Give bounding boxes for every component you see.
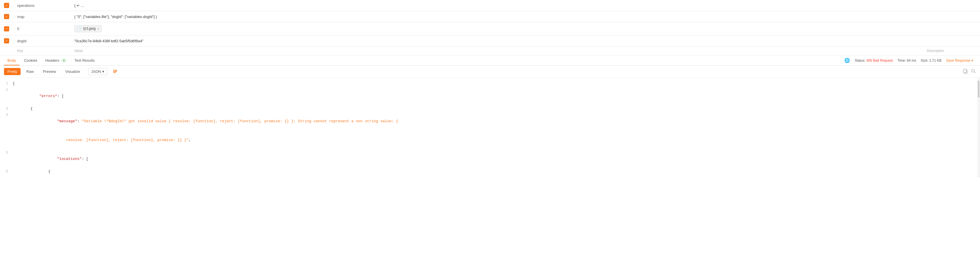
line-content-1: { [13, 81, 980, 87]
file-name: 덩3.jpeg [83, 26, 96, 31]
wrap-button[interactable] [113, 69, 118, 75]
checkbox-cell[interactable]: ✓ [0, 0, 13, 11]
line-num-1: 1 [0, 81, 13, 87]
file-chip: 📄 덩3.jpeg × [74, 25, 102, 32]
save-response-button[interactable]: Save Response ▾ [946, 59, 973, 62]
view-tab-preview-label: Preview [43, 69, 56, 74]
table-row: ✓ map { "0": ["variables.file"], "dogId"… [0, 11, 980, 22]
line-content-4: "message": "Variable \"$dogId\" got inva… [13, 112, 980, 131]
wrap-icon [113, 69, 118, 75]
line-num-4: 4 [0, 112, 13, 131]
view-tab-preview[interactable]: Preview [40, 68, 59, 75]
checkbox-cell[interactable]: ✓ [0, 22, 13, 35]
code-line-5: 5 "locations": [ [0, 150, 980, 169]
tab-body-label: Body [8, 58, 16, 62]
status-text: Status: 400 Bad Request [854, 59, 892, 62]
value-cell[interactable]: "0ca36c7e-84b8-438f-bdf2-5ab5f5d6f8a4" [70, 35, 923, 46]
tab-test-results[interactable]: Test Results [71, 56, 98, 65]
svg-point-5 [972, 69, 975, 72]
tab-headers-label: Headers [45, 58, 59, 62]
line-num-2: 2 [0, 87, 13, 106]
line-content-5: "locations": [ [13, 150, 980, 169]
checkbox-cell[interactable]: ✓ [0, 35, 13, 46]
line-num-4b [0, 131, 13, 150]
response-status-bar: 🌐 Status: 400 Bad Request Time: 64 ms Si… [844, 58, 976, 63]
header-value-col: Value [70, 46, 923, 56]
code-line-2: 2 "errors": [ [0, 87, 980, 106]
value-cell[interactable]: { ↵ ... [70, 0, 923, 11]
copy-button[interactable] [963, 68, 968, 75]
svg-line-6 [974, 72, 976, 73]
code-content: 1 { 2 "errors": [ 3 { 4 "message": "Vari… [0, 78, 980, 178]
tab-test-results-label: Test Results [75, 58, 95, 62]
headers-badge: 8 [61, 59, 66, 62]
checkbox-cell[interactable]: ✓ [0, 11, 13, 22]
desc-cell [923, 11, 980, 22]
globe-icon: 🌐 [844, 58, 850, 63]
key-cell: dogId [13, 35, 70, 46]
format-select-label: JSON [91, 69, 101, 74]
response-tabs-left: Body Cookies Headers 8 Test Results [4, 56, 98, 65]
header-key-col: Key [13, 46, 70, 56]
view-tab-visualize[interactable]: Visualize [62, 68, 83, 75]
size-text: Size: 1.71 KB [921, 59, 942, 62]
desc-cell [923, 35, 980, 46]
line-content-3: { [13, 106, 980, 112]
value-display: { ↵ ... [74, 3, 84, 8]
value-cell-file[interactable]: 📄 덩3.jpeg × [70, 22, 923, 35]
table-row: ✓ dogId "0ca36c7e-84b8-438f-bdf2-5ab5f5d… [0, 35, 980, 46]
view-toolbar: Pretty Raw Preview Visualize JSON ▾ [0, 66, 980, 78]
file-icon: 📄 [77, 27, 81, 31]
tab-headers[interactable]: Headers 8 [42, 56, 70, 65]
checkbox-map[interactable]: ✓ [4, 14, 9, 19]
time-value: 64 ms [907, 59, 916, 62]
search-button[interactable] [971, 68, 976, 75]
key-label: map [17, 14, 24, 19]
response-tabs-bar: Body Cookies Headers 8 Test Results 🌐 St… [0, 56, 980, 66]
view-tab-pretty[interactable]: Pretty [4, 68, 21, 75]
line-content-4b: resolve: [function], reject: [function],… [13, 131, 980, 150]
form-data-table: ✓ operations { ↵ ... ✓ map { "0": ["vari… [0, 0, 980, 56]
format-select[interactable]: JSON ▾ [88, 68, 107, 75]
table-row: ✓ operations { ↵ ... [0, 0, 980, 11]
value-cell[interactable]: { "0": ["variables.file"], "dogId": ["va… [70, 11, 923, 22]
view-tab-raw[interactable]: Raw [23, 68, 37, 75]
time-text: Time: 64 ms [897, 59, 916, 62]
key-label: dogId [17, 39, 27, 43]
code-line-6: 6 { [0, 169, 980, 175]
tab-cookies[interactable]: Cookies [21, 56, 41, 65]
code-line-1: 1 { [0, 81, 980, 87]
value-header: Value [74, 49, 83, 53]
desc-cell [923, 0, 980, 11]
key-cell: map [13, 11, 70, 22]
checkbox-dogid[interactable]: ✓ [4, 38, 9, 43]
tab-body[interactable]: Body [4, 56, 19, 65]
view-toolbar-right [963, 68, 976, 75]
table-header-row: Key Value Description [0, 46, 980, 56]
save-response-chevron: ▾ [971, 59, 973, 62]
line-num-6: 6 [0, 169, 13, 175]
tab-cookies-label: Cookies [24, 58, 37, 62]
header-check-col [0, 46, 13, 56]
header-desc-col: Description [923, 46, 980, 56]
checkbox-0[interactable]: ✓ [4, 26, 9, 32]
key-cell: operations [13, 0, 70, 11]
scrollbar-track[interactable] [977, 78, 980, 178]
checkbox-operations[interactable]: ✓ [4, 3, 9, 8]
key-cell: 0 [13, 22, 70, 35]
code-viewer: 1 { 2 "errors": [ 3 { 4 "message": "Vari… [0, 78, 980, 178]
line-num-5: 5 [0, 150, 13, 169]
value-display: { "0": ["variables.file"], "dogId": ["va… [74, 14, 157, 19]
desc-cell [923, 22, 980, 35]
view-tab-visualize-label: Visualize [65, 69, 80, 74]
line-content-6: { [13, 169, 980, 175]
time-label: Time: [897, 59, 906, 62]
status-label: Status: [854, 59, 865, 62]
scrollbar-thumb[interactable] [978, 81, 979, 98]
line-num-3: 3 [0, 106, 13, 112]
table-row: ✓ 0 📄 덩3.jpeg × [0, 22, 980, 35]
size-value: 1.71 KB [929, 59, 942, 62]
remove-file-button[interactable]: × [97, 27, 99, 30]
status-value: 400 Bad Request [866, 59, 893, 62]
save-response-label: Save Response [946, 59, 970, 62]
